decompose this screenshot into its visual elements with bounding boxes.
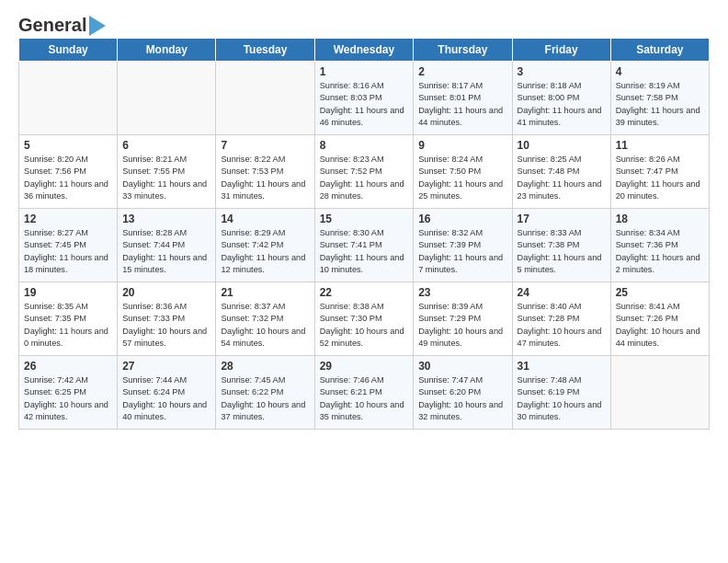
day-number: 12 xyxy=(24,213,112,225)
header: General xyxy=(18,15,710,32)
day-cell: 21Sunrise: 8:37 AMSunset: 7:32 PMDayligh… xyxy=(216,282,314,356)
day-cell: 12Sunrise: 8:27 AMSunset: 7:45 PMDayligh… xyxy=(19,209,118,282)
day-info: Sunrise: 7:47 AMSunset: 6:20 PMDaylight:… xyxy=(418,374,506,423)
day-info: Sunrise: 8:19 AMSunset: 7:58 PMDaylight:… xyxy=(616,80,704,129)
weekday-header-friday: Friday xyxy=(512,39,610,62)
day-info: Sunrise: 8:38 AMSunset: 7:30 PMDaylight:… xyxy=(320,301,409,350)
day-info: Sunrise: 8:33 AMSunset: 7:38 PMDaylight:… xyxy=(518,227,606,276)
day-info: Sunrise: 8:32 AMSunset: 7:39 PMDaylight:… xyxy=(418,227,506,276)
day-number: 18 xyxy=(616,213,704,225)
day-cell: 10Sunrise: 8:25 AMSunset: 7:48 PMDayligh… xyxy=(512,135,610,209)
day-number: 10 xyxy=(518,139,606,152)
day-info: Sunrise: 8:37 AMSunset: 7:32 PMDaylight:… xyxy=(221,301,309,350)
day-cell: 7Sunrise: 8:22 AMSunset: 7:53 PMDaylight… xyxy=(216,135,314,209)
day-info: Sunrise: 7:45 AMSunset: 6:22 PMDaylight:… xyxy=(221,374,309,423)
day-cell: 30Sunrise: 7:47 AMSunset: 6:20 PMDayligh… xyxy=(414,356,512,430)
day-number: 9 xyxy=(418,139,506,152)
logo-general: General xyxy=(18,15,86,36)
day-number: 6 xyxy=(122,139,210,152)
day-info: Sunrise: 7:48 AMSunset: 6:19 PMDaylight:… xyxy=(518,374,606,423)
week-row-3: 19Sunrise: 8:35 AMSunset: 7:35 PMDayligh… xyxy=(19,282,710,356)
week-row-4: 26Sunrise: 7:42 AMSunset: 6:25 PMDayligh… xyxy=(19,356,710,430)
day-cell: 23Sunrise: 8:39 AMSunset: 7:29 PMDayligh… xyxy=(414,282,512,356)
day-cell: 4Sunrise: 8:19 AMSunset: 7:58 PMDaylight… xyxy=(610,62,709,135)
day-cell: 22Sunrise: 8:38 AMSunset: 7:30 PMDayligh… xyxy=(314,282,414,356)
day-number: 15 xyxy=(320,213,409,225)
day-cell: 24Sunrise: 8:40 AMSunset: 7:28 PMDayligh… xyxy=(512,282,610,356)
day-cell: 26Sunrise: 7:42 AMSunset: 6:25 PMDayligh… xyxy=(19,356,118,430)
day-cell: 25Sunrise: 8:41 AMSunset: 7:26 PMDayligh… xyxy=(610,282,709,356)
weekday-header-row: SundayMondayTuesdayWednesdayThursdayFrid… xyxy=(19,39,710,62)
day-cell: 19Sunrise: 8:35 AMSunset: 7:35 PMDayligh… xyxy=(19,282,118,356)
day-number: 13 xyxy=(122,213,210,225)
day-number: 21 xyxy=(221,286,309,299)
day-number: 17 xyxy=(518,213,606,225)
day-number: 7 xyxy=(221,139,309,152)
weekday-header-sunday: Sunday xyxy=(19,39,118,62)
day-info: Sunrise: 7:42 AMSunset: 6:25 PMDaylight:… xyxy=(24,374,112,423)
day-info: Sunrise: 8:29 AMSunset: 7:42 PMDaylight:… xyxy=(221,227,309,276)
day-info: Sunrise: 8:25 AMSunset: 7:48 PMDaylight:… xyxy=(518,154,606,202)
day-number: 24 xyxy=(518,286,606,299)
day-info: Sunrise: 8:23 AMSunset: 7:52 PMDaylight:… xyxy=(320,154,409,202)
weekday-header-wednesday: Wednesday xyxy=(314,39,414,62)
day-info: Sunrise: 8:34 AMSunset: 7:36 PMDaylight:… xyxy=(616,227,704,276)
day-cell: 3Sunrise: 8:18 AMSunset: 8:00 PMDaylight… xyxy=(512,62,610,135)
day-info: Sunrise: 8:28 AMSunset: 7:44 PMDaylight:… xyxy=(122,227,210,276)
day-info: Sunrise: 7:46 AMSunset: 6:21 PMDaylight:… xyxy=(320,374,409,423)
day-number: 16 xyxy=(418,213,506,225)
day-cell: 27Sunrise: 7:44 AMSunset: 6:24 PMDayligh… xyxy=(118,356,216,430)
day-cell: 2Sunrise: 8:17 AMSunset: 8:01 PMDaylight… xyxy=(414,62,512,135)
day-cell: 15Sunrise: 8:30 AMSunset: 7:41 PMDayligh… xyxy=(314,209,414,282)
day-cell: 13Sunrise: 8:28 AMSunset: 7:44 PMDayligh… xyxy=(118,209,216,282)
day-cell: 5Sunrise: 8:20 AMSunset: 7:56 PMDaylight… xyxy=(19,135,118,209)
day-info: Sunrise: 8:17 AMSunset: 8:01 PMDaylight:… xyxy=(418,80,506,129)
day-number: 27 xyxy=(122,360,210,373)
day-info: Sunrise: 8:22 AMSunset: 7:53 PMDaylight:… xyxy=(221,154,309,202)
day-info: Sunrise: 8:21 AMSunset: 7:55 PMDaylight:… xyxy=(122,154,210,202)
page: General SundayMondayTuesdayWednesdayThur… xyxy=(0,0,728,439)
day-info: Sunrise: 8:36 AMSunset: 7:33 PMDaylight:… xyxy=(122,301,210,350)
day-info: Sunrise: 8:16 AMSunset: 8:03 PMDaylight:… xyxy=(320,80,409,129)
week-row-2: 12Sunrise: 8:27 AMSunset: 7:45 PMDayligh… xyxy=(19,209,710,282)
day-info: Sunrise: 8:39 AMSunset: 7:29 PMDaylight:… xyxy=(418,301,506,350)
day-cell: 20Sunrise: 8:36 AMSunset: 7:33 PMDayligh… xyxy=(118,282,216,356)
day-number: 28 xyxy=(221,360,309,373)
weekday-header-saturday: Saturday xyxy=(610,39,709,62)
day-info: Sunrise: 7:44 AMSunset: 6:24 PMDaylight:… xyxy=(122,374,210,423)
day-cell: 17Sunrise: 8:33 AMSunset: 7:38 PMDayligh… xyxy=(512,209,610,282)
day-number: 26 xyxy=(24,360,112,373)
day-info: Sunrise: 8:20 AMSunset: 7:56 PMDaylight:… xyxy=(24,154,112,202)
day-number: 8 xyxy=(320,139,409,152)
logo: General xyxy=(18,15,106,32)
day-cell xyxy=(610,356,709,430)
day-cell: 29Sunrise: 7:46 AMSunset: 6:21 PMDayligh… xyxy=(314,356,414,430)
day-cell: 1Sunrise: 8:16 AMSunset: 8:03 PMDaylight… xyxy=(314,62,414,135)
day-number: 11 xyxy=(616,139,704,152)
day-info: Sunrise: 8:41 AMSunset: 7:26 PMDaylight:… xyxy=(616,301,704,350)
day-info: Sunrise: 8:18 AMSunset: 8:00 PMDaylight:… xyxy=(518,80,606,129)
weekday-header-monday: Monday xyxy=(118,39,216,62)
day-cell: 31Sunrise: 7:48 AMSunset: 6:19 PMDayligh… xyxy=(512,356,610,430)
day-number: 22 xyxy=(320,286,409,299)
weekday-header-thursday: Thursday xyxy=(414,39,512,62)
day-info: Sunrise: 8:40 AMSunset: 7:28 PMDaylight:… xyxy=(518,301,606,350)
day-number: 1 xyxy=(320,65,409,78)
day-cell: 18Sunrise: 8:34 AMSunset: 7:36 PMDayligh… xyxy=(610,209,709,282)
day-info: Sunrise: 8:26 AMSunset: 7:47 PMDaylight:… xyxy=(616,154,704,202)
calendar: SundayMondayTuesdayWednesdayThursdayFrid… xyxy=(18,38,710,430)
day-number: 29 xyxy=(320,360,409,373)
day-info: Sunrise: 8:35 AMSunset: 7:35 PMDaylight:… xyxy=(24,301,112,350)
day-cell xyxy=(19,62,118,135)
day-number: 23 xyxy=(418,286,506,299)
day-cell: 11Sunrise: 8:26 AMSunset: 7:47 PMDayligh… xyxy=(610,135,709,209)
day-number: 2 xyxy=(418,65,506,78)
day-number: 30 xyxy=(418,360,506,373)
day-cell xyxy=(118,62,216,135)
day-cell: 14Sunrise: 8:29 AMSunset: 7:42 PMDayligh… xyxy=(216,209,314,282)
week-row-0: 1Sunrise: 8:16 AMSunset: 8:03 PMDaylight… xyxy=(19,62,710,135)
day-cell: 28Sunrise: 7:45 AMSunset: 6:22 PMDayligh… xyxy=(216,356,314,430)
week-row-1: 5Sunrise: 8:20 AMSunset: 7:56 PMDaylight… xyxy=(19,135,710,209)
day-cell: 8Sunrise: 8:23 AMSunset: 7:52 PMDaylight… xyxy=(314,135,414,209)
day-cell: 6Sunrise: 8:21 AMSunset: 7:55 PMDaylight… xyxy=(118,135,216,209)
